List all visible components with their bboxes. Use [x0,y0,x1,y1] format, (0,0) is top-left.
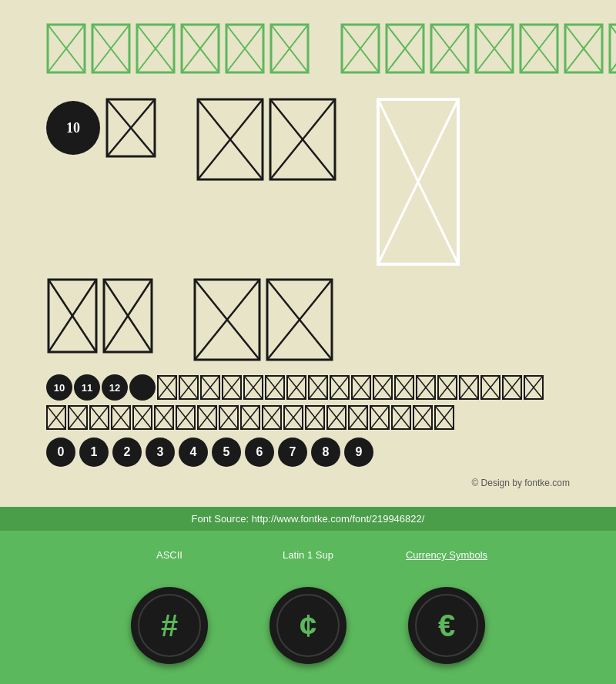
inline-box-glyph [176,405,196,430]
font-source-bar: Font Source: http://www.fontke.com/font/… [0,507,616,531]
inline-box-glyph [200,375,220,400]
white-box-glyph [376,97,460,270]
inline-box-glyph [413,405,433,430]
inline-box-glyph [326,405,346,430]
top-section: 10 [0,0,616,507]
digit-circle-3: 3 [146,438,175,467]
green-coin-glyphs: # ¢ € [0,572,616,684]
inline-box-glyph [240,405,260,430]
title-glyph [430,23,470,74]
digit-circle-5: 5 [212,438,241,467]
inline-box-glyph [351,375,371,400]
tab-currency[interactable]: Currency Symbols [377,546,516,564]
circle-10-glyph: 10 [46,101,100,155]
digit-circle-4: 4 [179,438,208,467]
title-glyph [608,23,616,74]
inline-box-glyph [459,375,479,400]
digit-circle-0: 0 [46,438,75,467]
large-box-glyph [268,97,337,182]
inline-box-glyph [46,405,66,430]
cent-coin: ¢ [270,587,346,664]
digit-circle-6: 6 [245,438,274,467]
inline-box-glyph [265,375,285,400]
title-glyph [180,23,220,74]
green-section: Font Source: http://www.fontke.com/font/… [0,507,616,684]
hash-coin: # [131,587,208,664]
medium-box-glyph [105,97,157,159]
medium-box-glyph-3 [102,277,154,354]
inline-box-glyph [157,375,177,400]
title-glyph [564,23,604,74]
small-glyphs-row2 [46,405,570,430]
inline-box-glyph [243,375,263,400]
title-word1 [46,23,310,74]
title-glyph [340,23,380,74]
large-box-glyph-2 [192,277,262,362]
euro-coin: € [408,587,485,664]
glyph-group-middle-top [196,97,337,182]
digit-circle-1: 1 [79,438,109,467]
inline-box-glyph [416,375,436,400]
small-circle-12: 12 [102,374,128,401]
inline-box-glyph [286,375,306,400]
glyph-group-bottom-middle [192,277,334,362]
inline-box-glyph [283,405,303,430]
hash-symbol: # [161,609,178,643]
title-word2 [340,23,616,74]
inline-box-glyph [262,405,282,430]
title-glyph [91,23,131,74]
coin-inner-3: € [415,594,478,657]
digit-circle-2: 2 [112,438,142,467]
charset-tabs: ASCII Latin 1 Sup Currency Symbols [0,531,616,572]
glyph-group-bottom-left [46,277,154,354]
medium-box-glyph-2 [46,277,99,354]
inline-box-glyph [179,375,199,400]
coin-inner: # [138,594,201,657]
inline-box-glyph [394,375,414,400]
large-box-glyph-3 [265,277,334,362]
cent-symbol: ¢ [300,609,316,643]
title-glyph [136,23,176,74]
title-glyph [385,23,425,74]
inline-box-glyph [373,375,393,400]
inline-box-glyph [480,375,500,400]
inline-box-glyph [524,375,544,400]
inline-box-glyph [197,405,217,430]
digit-circle-8: 8 [311,438,340,467]
digit-circle-7: 7 [278,438,307,467]
inline-box-glyph [502,375,522,400]
inline-box-glyph [305,405,325,430]
title-glyph [270,23,310,74]
glyph-group-left: 10 [46,97,157,159]
inline-box-glyph [132,405,152,430]
large-box-glyph [196,97,265,182]
inline-box-glyph [89,405,109,430]
coin-inner-2: ¢ [276,594,340,657]
title-glyph [225,23,265,74]
tab-ascii[interactable]: ASCII [100,546,239,564]
inline-box-glyph [154,405,174,430]
tall-white-glyph [376,97,460,267]
inline-box-glyph [219,405,239,430]
inline-box-glyph [222,375,242,400]
euro-symbol: € [438,609,455,643]
inline-box-glyph [348,405,368,430]
inline-box-glyph [437,375,457,400]
digit-circle-9: 9 [344,438,373,467]
inline-box-glyph [391,405,411,430]
copyright-text: © Design by fontke.com [46,474,570,491]
font-title [46,23,570,74]
inline-box-glyph [308,375,328,400]
font-source-text: Font Source: http://www.fontke.com/font/… [192,513,425,525]
small-glyphs-row1: 10 11 12 [46,374,570,401]
title-glyph [474,23,514,74]
small-circle-solid [129,374,156,401]
small-circle-10: 10 [46,374,72,401]
digit-circles-row: 0 1 2 3 4 5 6 7 8 9 [46,438,570,467]
inline-box-glyph [68,405,88,430]
tab-latin1[interactable]: Latin 1 Sup [239,546,377,564]
inline-box-glyph [111,405,131,430]
inline-box-glyph [330,375,350,400]
title-glyph [519,23,559,74]
small-circle-11: 11 [74,374,100,401]
